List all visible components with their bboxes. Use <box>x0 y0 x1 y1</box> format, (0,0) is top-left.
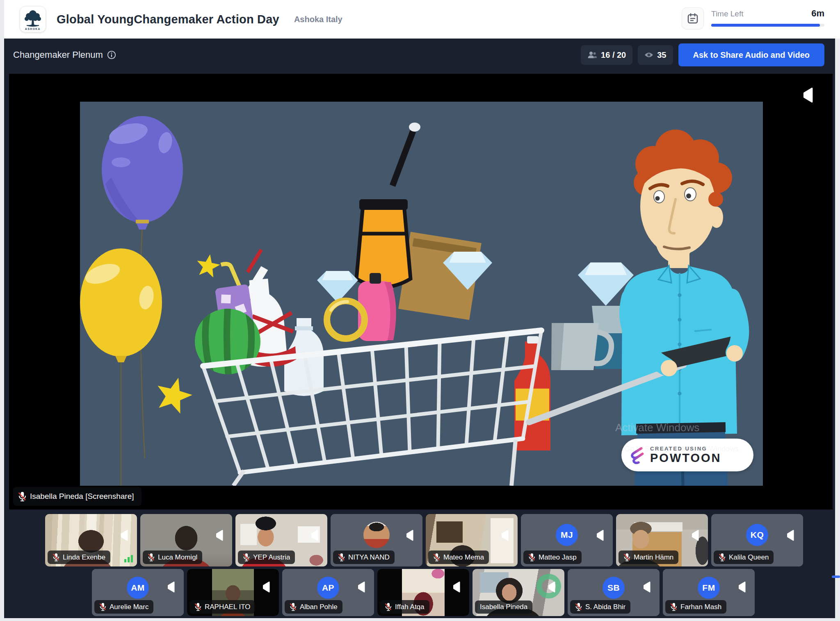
participant-nameplate: Iffah Atqa <box>380 600 429 614</box>
participant-avatar: MJ <box>556 524 578 546</box>
participant-tile[interactable]: Luca Momigl <box>140 514 232 566</box>
speaker-icon[interactable] <box>546 581 555 593</box>
session-title: Changemaker Plenum <box>13 50 103 60</box>
participant-name: RAPHAEL ITO <box>205 603 250 611</box>
participant-avatar <box>363 522 390 548</box>
participant-tile[interactable]: Iffah Atqa <box>377 569 469 616</box>
participant-tile[interactable]: RAPHAEL ITO <box>187 569 279 616</box>
participant-name: S. Abida Bhir <box>585 603 625 611</box>
participant-name: Luca Momigl <box>158 553 197 562</box>
speaker-icon[interactable] <box>261 581 270 593</box>
eye-icon <box>644 52 653 58</box>
mic-muted-icon <box>528 553 535 562</box>
mic-muted-icon <box>148 553 154 562</box>
participant-nameplate: Mateo Mema <box>428 550 489 564</box>
mic-muted-icon <box>719 553 725 562</box>
session-title-wrap: Changemaker Plenum <box>13 50 116 60</box>
header-bar: ASHOKA Global YoungChangemaker Action Da… <box>4 0 840 39</box>
speaker-icon[interactable] <box>404 530 413 541</box>
mic-muted-icon <box>52 553 59 562</box>
time-left-widget: Time Left 6m <box>682 6 824 33</box>
calendar-button[interactable] <box>682 7 704 30</box>
speaker-icon[interactable] <box>214 530 223 541</box>
mic-muted-icon <box>433 553 440 562</box>
mic-muted-icon <box>575 603 582 611</box>
powtoon-watermark[interactable]: CREATED USING POWTOON <box>621 439 753 471</box>
speaker-icon[interactable] <box>690 530 699 541</box>
participant-avatar: KQ <box>746 524 768 546</box>
event-title: Global YoungChangemaker Action Day <box>57 13 279 26</box>
participant-tile[interactable]: Martin Hämn <box>616 514 708 566</box>
speaker-icon[interactable] <box>737 581 746 593</box>
participant-tile[interactable]: Isabella Pineda <box>472 569 564 616</box>
mic-muted-icon <box>670 603 677 611</box>
participant-nameplate: Kalila Queen <box>714 550 774 564</box>
participant-name: Isabella Pineda <box>480 603 527 611</box>
mic-muted-icon <box>385 603 391 611</box>
participant-name: YEP Austria <box>253 553 290 562</box>
participant-tile[interactable]: AM Aurelie Marc <box>92 569 184 616</box>
participant-name: NITYA NAND <box>348 553 390 562</box>
info-icon[interactable] <box>107 50 116 59</box>
mic-muted-icon <box>623 553 630 562</box>
speaker-icon[interactable] <box>785 530 794 541</box>
speaker-icon[interactable] <box>309 530 318 541</box>
participant-tile[interactable]: FM Farhan Mash <box>663 569 755 616</box>
speaker-icon[interactable] <box>641 581 651 593</box>
participant-name: Matteo Jasp <box>539 553 577 562</box>
participant-name: Mateo Mema <box>443 553 484 562</box>
time-progress-track <box>711 24 824 27</box>
participant-avatar: AP <box>317 577 339 599</box>
participant-nameplate: RAPHAEL ITO <box>189 600 255 614</box>
speaker-icon[interactable] <box>119 530 128 541</box>
participant-nameplate: Luca Momigl <box>143 550 202 564</box>
speaker-icon[interactable] <box>595 530 604 541</box>
participant-nameplate: S. Abida Bhir <box>570 600 630 614</box>
time-left-label: Time Left <box>711 9 744 18</box>
participant-name: Kalila Queen <box>729 553 769 562</box>
participant-tile[interactable]: Linda Exenbe <box>45 514 137 566</box>
participant-name: Iffah Atqa <box>395 603 425 611</box>
participant-tile[interactable]: NITYA NAND <box>331 514 422 566</box>
participant-tile[interactable]: SB S. Abida Bhir <box>568 569 660 616</box>
participant-avatar: SB <box>603 577 625 599</box>
mic-muted-icon <box>338 553 345 562</box>
ask-to-share-button[interactable]: Ask to Share Audio and Video <box>678 43 825 66</box>
calendar-icon <box>687 13 698 24</box>
participant-tile[interactable]: Mateo Mema <box>426 514 518 566</box>
mic-muted-icon <box>194 603 201 611</box>
participant-nameplate: Farhan Mash <box>665 600 726 614</box>
participant-count-badge[interactable]: 16 / 20 <box>581 45 632 65</box>
participant-nameplate: NITYA NAND <box>333 550 395 564</box>
participant-tile[interactable]: MJ Matteo Jasp <box>521 514 613 566</box>
time-progress-fill <box>711 24 820 27</box>
participant-name: Linda Exenbe <box>63 553 105 562</box>
speaker-icon[interactable] <box>451 581 460 593</box>
viewer-count-badge[interactable]: 35 <box>638 45 673 65</box>
speaker-icon[interactable] <box>500 530 509 541</box>
participant-count: 16 / 20 <box>601 50 626 60</box>
mic-muted-icon <box>290 603 296 611</box>
participant-nameplate: Alban Pohle <box>285 600 342 614</box>
activate-windows-watermark-line2: Go to Settings to activate Windows. <box>624 445 741 453</box>
speaker-icon[interactable] <box>166 581 175 593</box>
participant-tile[interactable]: YEP Austria <box>235 514 327 566</box>
stage-volume-icon[interactable] <box>801 87 813 103</box>
ashoka-logo: ASHOKA <box>20 6 46 32</box>
participant-row-1: Linda Exenbe Luca Momigl <box>45 514 803 566</box>
participant-tile[interactable]: AP Alban Pohle <box>282 569 374 616</box>
participant-nameplate: Martin Hämn <box>619 550 678 564</box>
meeting-panel: Changemaker Plenum 16 / 20 <box>4 39 835 618</box>
viewer-count: 35 <box>657 50 666 60</box>
participant-name: Martin Hämn <box>634 553 673 562</box>
participant-name: Alban Pohle <box>300 603 338 611</box>
participant-nameplate: Aurelie Marc <box>94 600 153 614</box>
speaker-icon[interactable] <box>356 581 365 593</box>
mic-muted-icon <box>243 553 249 562</box>
window-edge <box>0 618 840 621</box>
presenter-label: Isabella Pineda [Screenshare] <box>30 492 134 501</box>
scroll-indicator[interactable] <box>832 576 840 578</box>
screenshare-stage[interactable]: Activate Windows Go to Settings to activ… <box>9 74 833 510</box>
participant-tile[interactable]: KQ Kalila Queen <box>711 514 803 566</box>
participant-nameplate: Matteo Jasp <box>523 550 582 564</box>
